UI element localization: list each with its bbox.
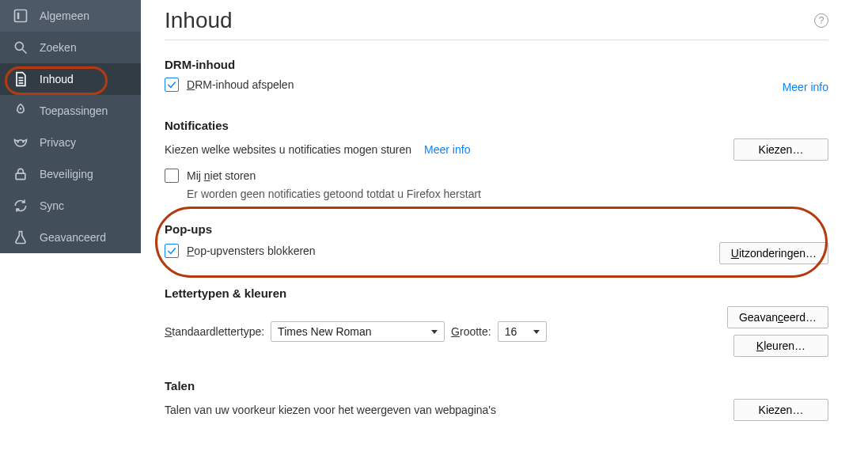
sidebar-item-privacy[interactable]: Privacy xyxy=(0,127,141,158)
page-title: Inhoud xyxy=(165,8,233,33)
lock-icon xyxy=(13,166,28,182)
section-title-languages: Talen xyxy=(165,379,828,392)
sidebar-item-label: Privacy xyxy=(40,136,76,149)
flask-icon xyxy=(13,229,28,245)
drm-play-checkbox[interactable] xyxy=(165,78,179,92)
section-title-drm: DRM-inhoud xyxy=(165,58,828,71)
svg-rect-10 xyxy=(16,173,25,180)
sync-icon xyxy=(13,198,28,214)
section-title-popups: Pop-ups xyxy=(165,222,828,236)
notifications-more-info-link[interactable]: Meer info xyxy=(424,143,470,156)
chevron-down-icon xyxy=(431,330,438,334)
svg-point-2 xyxy=(15,42,23,50)
block-popups-label: Pop-upvensters blokkeren xyxy=(187,245,316,257)
rocket-icon xyxy=(13,103,28,119)
general-icon xyxy=(13,8,28,24)
document-icon xyxy=(13,71,28,87)
mask-icon xyxy=(13,135,28,150)
dnd-label: Mij niet storen xyxy=(187,169,256,182)
colors-button[interactable]: Kleuren… xyxy=(733,335,828,357)
check-icon xyxy=(166,245,177,256)
std-font-label: Standaardlettertype: xyxy=(165,325,264,338)
popups-exceptions-button[interactable]: Uitzonderingen… xyxy=(719,242,828,264)
section-drm: DRM-inhoud DRM-inhoud afspelen Meer info xyxy=(165,58,828,97)
svg-point-9 xyxy=(22,141,25,143)
sidebar-item-label: Beveiliging xyxy=(40,168,93,180)
svg-rect-0 xyxy=(15,10,27,22)
fonts-advanced-button[interactable]: Geavanceerd… xyxy=(727,306,828,328)
sidebar-item-label: Toepassingen xyxy=(40,104,108,117)
sidebar-item-label: Algemeen xyxy=(40,9,89,22)
sidebar-item-label: Inhoud xyxy=(40,73,74,85)
drm-more-info-link[interactable]: Meer info xyxy=(783,81,828,93)
sidebar: Algemeen Zoeken Inhoud Toepassingen Priv… xyxy=(0,0,141,253)
sidebar-item-search[interactable]: Zoeken xyxy=(0,32,141,63)
svg-point-8 xyxy=(17,141,19,143)
chevron-down-icon xyxy=(533,330,540,334)
notifications-desc: Kiezen welke websites u notificaties mog… xyxy=(165,143,411,156)
sidebar-item-label: Geavanceerd xyxy=(40,231,106,244)
section-fonts: Lettertypen & kleuren Standaardlettertyp… xyxy=(165,286,828,357)
sidebar-item-content[interactable]: Inhoud xyxy=(0,63,141,95)
sidebar-item-label: Sync xyxy=(40,199,64,212)
notifications-choose-button[interactable]: Kiezen… xyxy=(733,138,828,161)
section-popups: Pop-ups Pop-upvensters blokkeren Uitzond… xyxy=(165,222,828,264)
font-select[interactable]: Times New Roman xyxy=(271,321,445,342)
svg-rect-1 xyxy=(17,13,19,19)
sidebar-item-advanced[interactable]: Geavanceerd xyxy=(0,222,141,253)
block-popups-checkbox[interactable] xyxy=(165,244,179,258)
search-icon xyxy=(13,40,28,55)
sidebar-item-label: Zoeken xyxy=(40,41,77,54)
languages-choose-button[interactable]: Kiezen… xyxy=(733,399,828,421)
section-notifications: Notificaties Kiezen welke websites u not… xyxy=(165,119,828,200)
section-languages: Talen Talen van uw voorkeur kiezen voor … xyxy=(165,379,828,421)
font-size-label: Grootte: xyxy=(451,325,491,338)
svg-line-3 xyxy=(23,50,27,54)
divider xyxy=(165,40,828,40)
section-title-notifications: Notificaties xyxy=(165,119,828,132)
section-title-fonts: Lettertypen & kleuren xyxy=(165,286,828,300)
dnd-checkbox[interactable] xyxy=(165,169,179,183)
languages-desc: Talen van uw voorkeur kiezen voor het we… xyxy=(165,404,496,416)
sidebar-item-general[interactable]: Algemeen xyxy=(0,0,141,32)
drm-play-label: DRM-inhoud afspelen xyxy=(187,78,294,91)
help-icon[interactable]: ? xyxy=(814,13,828,28)
sidebar-item-sync[interactable]: Sync xyxy=(0,190,141,222)
font-select-value: Times New Roman xyxy=(278,325,372,338)
check-icon xyxy=(166,79,177,90)
dnd-note: Er worden geen notificaties getoond totd… xyxy=(187,188,828,200)
font-size-value: 16 xyxy=(505,325,517,338)
sidebar-item-security[interactable]: Beveiliging xyxy=(0,158,141,190)
svg-point-7 xyxy=(20,108,22,110)
content-pane: Inhoud ? DRM-inhoud DRM-inhoud afspelen … xyxy=(141,0,868,474)
font-size-select[interactable]: 16 xyxy=(498,321,547,342)
sidebar-item-applications[interactable]: Toepassingen xyxy=(0,95,141,127)
